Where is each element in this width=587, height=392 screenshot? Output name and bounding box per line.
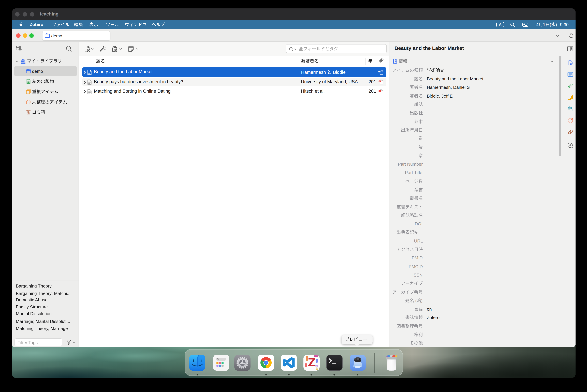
svg-text:PMCID: PMCID: [408, 264, 423, 269]
svg-text:Hamermesh: Hamermesh: [301, 70, 326, 75]
svg-text:(: (: [550, 22, 551, 27]
svg-text:Zotero: Zotero: [427, 315, 440, 320]
svg-text:Market: Market: [470, 76, 484, 82]
svg-text:9:30: 9:30: [560, 22, 568, 27]
svg-text:DOI: DOI: [415, 221, 423, 226]
svg-text:4: 4: [536, 22, 538, 27]
svg-text:Hamermesh,: Hamermesh,: [427, 85, 452, 90]
svg-text:Part: Part: [398, 162, 406, 167]
svg-text:): ): [556, 22, 557, 27]
svg-text:Daniel: Daniel: [453, 85, 466, 90]
svg-text:E: E: [450, 93, 453, 98]
svg-text:the: the: [450, 76, 456, 82]
svg-text:(: (: [416, 298, 417, 303]
svg-text:Labor: Labor: [458, 76, 469, 82]
svg-text:Biddle,: Biddle,: [427, 93, 440, 98]
svg-text:): ): [421, 298, 423, 303]
svg-text:S: S: [467, 85, 470, 90]
svg-text:Biddle: Biddle: [333, 70, 346, 75]
svg-text:Number: Number: [407, 162, 423, 167]
svg-text:1: 1: [543, 22, 545, 27]
svg-text:Part: Part: [405, 170, 413, 175]
svg-text:and: and: [442, 76, 449, 82]
svg-text:PMID: PMID: [412, 256, 423, 260]
svg-text:en: en: [427, 306, 432, 312]
svg-text:URL: URL: [414, 238, 423, 243]
svg-text:Title: Title: [414, 170, 422, 175]
svg-text:Jeff: Jeff: [442, 93, 448, 98]
svg-text:ISSN: ISSN: [412, 272, 423, 278]
svg-text:Beauty: Beauty: [427, 76, 440, 82]
